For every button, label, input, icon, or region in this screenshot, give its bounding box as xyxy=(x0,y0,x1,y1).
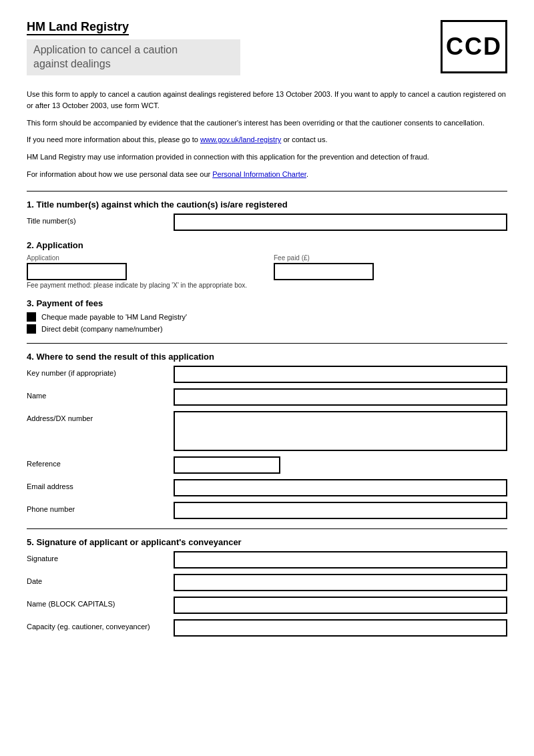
section-4: 4. Where to send the result of this appl… xyxy=(27,352,507,519)
checkbox-debit-label: Direct debit (company name/number) xyxy=(41,325,163,333)
ccd-logo: CCD xyxy=(441,20,507,73)
section-2-title: 2. Application xyxy=(27,240,507,250)
signature-input[interactable] xyxy=(174,551,507,569)
address-row: Address/DX number xyxy=(27,411,507,451)
name2-input[interactable] xyxy=(174,597,507,614)
personal-info-note: For information about how we use persona… xyxy=(27,169,507,181)
reference-input[interactable] xyxy=(174,456,280,474)
checkbox-cheque-label: Cheque made payable to 'HM Land Registry… xyxy=(41,313,187,321)
key-number-input[interactable] xyxy=(174,366,507,383)
section-4-title: 4. Where to send the result of this appl… xyxy=(27,352,507,362)
signature-row: Signature xyxy=(27,551,507,569)
section-3: 3. Payment of fees Cheque made payable t… xyxy=(27,298,507,334)
title-number-label: Title number(s) xyxy=(27,214,174,226)
date-label: Date xyxy=(27,574,174,587)
page-header: HM Land Registry Application to cancel a… xyxy=(27,20,507,75)
application-col-label: Application xyxy=(27,254,260,262)
name-label: Name xyxy=(27,388,174,401)
intro-section: Use this form to apply to cancel a cauti… xyxy=(27,89,507,181)
section-1-title: 1. Title number(s) against which the cau… xyxy=(27,200,507,210)
personal-info-link[interactable]: Personal Information Charter xyxy=(212,170,306,178)
section-5-title: 5. Signature of applicant or applicant's… xyxy=(27,537,507,547)
signature-label: Signature xyxy=(27,551,174,564)
email-label: Email address xyxy=(27,479,174,492)
email-input[interactable] xyxy=(174,479,507,496)
intro-para3: If you need more information about this,… xyxy=(27,134,507,146)
key-number-label: Key number (if appropriate) xyxy=(27,366,174,378)
date-row: Date xyxy=(27,574,507,591)
name2-label: Name (BLOCK CAPITALS) xyxy=(27,597,174,609)
capacity-input[interactable] xyxy=(174,619,507,637)
application-input[interactable] xyxy=(27,263,127,280)
checkbox-debit[interactable] xyxy=(27,324,36,334)
phone-input[interactable] xyxy=(174,502,507,519)
checkbox-row-2: Direct debit (company name/number) xyxy=(27,324,507,334)
phone-row: Phone number xyxy=(27,502,507,519)
email-row: Email address xyxy=(27,479,507,496)
address-input[interactable] xyxy=(174,411,507,451)
form-title-box: Application to cancel a caution against … xyxy=(27,39,240,75)
fee-note: Fee payment method: please indicate by p… xyxy=(27,282,507,289)
title-number-row: Title number(s) xyxy=(27,214,507,231)
capacity-label: Capacity (eg. cautioner, conveyancer) xyxy=(27,619,174,632)
date-input[interactable] xyxy=(174,574,507,591)
capacity-row: Capacity (eg. cautioner, conveyancer) xyxy=(27,619,507,637)
phone-label: Phone number xyxy=(27,502,174,514)
reference-label: Reference xyxy=(27,456,174,469)
name-input[interactable] xyxy=(174,388,507,406)
key-number-row: Key number (if appropriate) xyxy=(27,366,507,383)
checkbox-cheque[interactable] xyxy=(27,312,36,322)
divider-1 xyxy=(27,191,507,192)
org-name: HM Land Registry xyxy=(27,20,129,35)
fee-col: Fee paid (£) xyxy=(274,254,507,280)
divider-3 xyxy=(27,528,507,529)
section-5: 5. Signature of applicant or applicant's… xyxy=(27,537,507,637)
reference-row: Reference xyxy=(27,456,507,474)
intro-para2: This form should be accompanied by evide… xyxy=(27,117,507,129)
divider-2 xyxy=(27,343,507,344)
section-3-title: 3. Payment of fees xyxy=(27,298,507,308)
section-1: 1. Title number(s) against which the cau… xyxy=(27,200,507,231)
title-number-input[interactable] xyxy=(174,214,507,231)
name2-row: Name (BLOCK CAPITALS) xyxy=(27,597,507,614)
website-link[interactable]: www.gov.uk/land-registry xyxy=(200,135,281,143)
intro-para5: HM Land Registry may use information pro… xyxy=(27,151,507,163)
address-label: Address/DX number xyxy=(27,411,174,424)
section-2-cols: Application Fee paid (£) xyxy=(27,254,507,280)
header-left: HM Land Registry Application to cancel a… xyxy=(27,20,441,75)
section-2: 2. Application Application Fee paid (£) … xyxy=(27,240,507,289)
name-row: Name xyxy=(27,388,507,406)
application-col: Application xyxy=(27,254,260,280)
intro-para1: Use this form to apply to cancel a cauti… xyxy=(27,89,507,112)
checkbox-row-1: Cheque made payable to 'HM Land Registry… xyxy=(27,312,507,322)
form-title: Application to cancel a caution against … xyxy=(33,43,234,71)
fee-input[interactable] xyxy=(274,263,374,280)
fee-col-label: Fee paid (£) xyxy=(274,254,507,262)
